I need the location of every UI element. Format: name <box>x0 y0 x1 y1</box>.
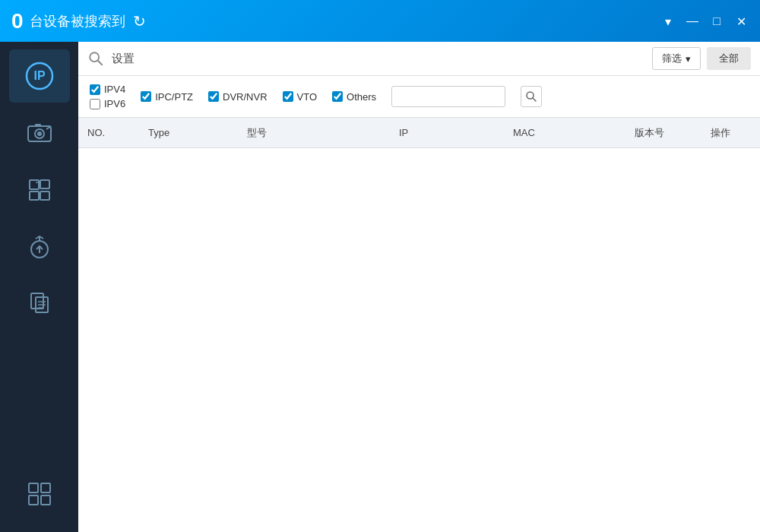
ipv-group: IPV4 IPV6 <box>90 84 125 109</box>
dvr-nvr-checkbox-group: DVR/NVR <box>208 91 268 103</box>
main-content: 设置 筛选 ▾ 全部 IPV4 IPV6 IPC/PTZ <box>78 42 760 532</box>
others-label: Others <box>347 91 376 103</box>
ipv6-checkbox[interactable] <box>90 99 100 109</box>
filter-search-icon <box>525 90 537 103</box>
others-checkbox[interactable] <box>332 91 343 102</box>
search-label: 设置 <box>112 52 135 66</box>
ipv6-label: IPV6 <box>104 98 125 109</box>
ipv4-label: IPV4 <box>104 84 125 95</box>
vto-label: VTO <box>297 91 318 103</box>
svg-point-4 <box>37 131 42 136</box>
filter-button[interactable]: 筛选 ▾ <box>652 47 701 70</box>
window-controls: ▾ — □ ✕ <box>660 14 749 28</box>
svg-rect-8 <box>30 192 39 200</box>
document-icon <box>25 290 54 318</box>
col-version: 版本号 <box>625 126 701 140</box>
col-no: NO. <box>78 127 139 138</box>
filter-text-input[interactable] <box>391 86 505 107</box>
ipv6-checkbox-group: IPV6 <box>90 98 125 109</box>
minimize-button[interactable]: — <box>685 14 700 28</box>
col-type: Type <box>139 127 238 138</box>
col-action: 操作 <box>701 126 760 140</box>
vto-checkbox[interactable] <box>283 91 293 102</box>
svg-text:IP: IP <box>33 69 45 82</box>
filter-dropdown-icon: ▾ <box>686 53 691 65</box>
ipc-ptz-label: IPC/PTZ <box>155 91 193 103</box>
close-button[interactable]: ✕ <box>733 14 749 28</box>
svg-line-26 <box>533 98 536 101</box>
table-body <box>78 148 760 532</box>
ip-search-icon: IP <box>25 62 54 90</box>
ipv4-checkbox-group: IPV4 <box>90 84 125 95</box>
svg-rect-20 <box>41 483 50 492</box>
filter-search-button[interactable] <box>521 86 542 107</box>
maximize-button[interactable]: □ <box>709 14 724 28</box>
sidebar-item-grid[interactable] <box>9 467 70 521</box>
col-ip: IP <box>390 127 504 138</box>
sidebar-item-camera[interactable] <box>9 106 70 160</box>
sidebar-item-ip-search[interactable]: IP <box>9 49 70 103</box>
svg-line-24 <box>98 61 103 65</box>
search-input-main[interactable] <box>142 52 644 65</box>
table-area: NO. Type 型号 IP MAC 版本号 操作 <box>78 118 760 532</box>
svg-rect-19 <box>29 483 38 492</box>
search-magnifier-icon <box>87 50 104 67</box>
svg-rect-22 <box>41 496 50 505</box>
svg-rect-7 <box>30 180 39 189</box>
filter-button-label: 筛选 <box>662 52 682 65</box>
filter-control-icon[interactable]: ▾ <box>660 14 676 28</box>
update-icon <box>25 233 54 261</box>
dvr-nvr-label: DVR/NVR <box>223 91 268 103</box>
sidebar-item-update[interactable] <box>9 220 70 274</box>
svg-rect-10 <box>40 192 49 200</box>
title-bar: 0 台设备被搜索到 ↻ ▾ — □ ✕ <box>0 0 760 42</box>
svg-rect-9 <box>40 180 49 188</box>
dvr-nvr-checkbox[interactable] <box>208 91 219 102</box>
ipc-ptz-checkbox[interactable] <box>141 91 151 102</box>
filter-area: IPV4 IPV6 IPC/PTZ DVR/NVR VTO Others <box>78 76 760 118</box>
top-right-buttons: 筛选 ▾ 全部 <box>652 47 751 70</box>
others-checkbox-group: Others <box>332 91 376 103</box>
sidebar-item-document[interactable] <box>9 277 70 331</box>
col-mac: MAC <box>504 127 625 138</box>
ipc-ptz-checkbox-group: IPC/PTZ <box>141 91 193 103</box>
ipv4-checkbox[interactable] <box>90 84 100 95</box>
refresh-icon[interactable]: ↻ <box>133 12 146 30</box>
search-row: 设置 筛选 ▾ 全部 <box>78 42 760 76</box>
vto-checkbox-group: VTO <box>283 91 318 103</box>
all-button[interactable]: 全部 <box>707 47 751 70</box>
svg-rect-21 <box>29 496 38 505</box>
sidebar: IP <box>0 42 78 532</box>
svg-rect-5 <box>35 124 41 127</box>
device-count: 0 <box>11 9 24 33</box>
camera-icon <box>25 119 54 147</box>
title-text: 台设备被搜索到 <box>30 12 125 30</box>
table-header: NO. Type 型号 IP MAC 版本号 操作 <box>78 118 760 148</box>
sidebar-item-tools[interactable] <box>9 163 70 217</box>
col-model: 型号 <box>238 126 390 140</box>
grid-icon <box>25 480 54 508</box>
svg-rect-14 <box>31 293 43 309</box>
tools-icon <box>25 176 54 204</box>
